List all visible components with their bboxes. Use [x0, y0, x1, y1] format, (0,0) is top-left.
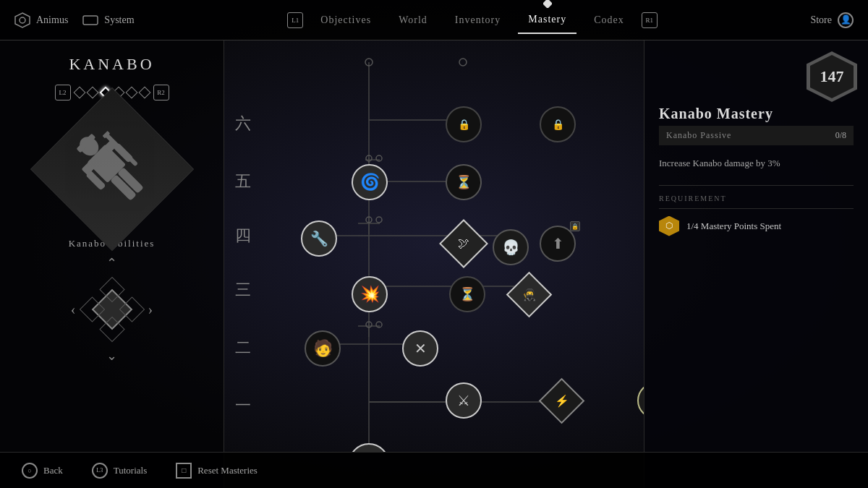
- nav-inventory[interactable]: Inventory: [445, 10, 511, 30]
- back-label: Back: [43, 465, 63, 476]
- nav-left: Animus System: [14, 12, 135, 28]
- store-icon: 👤: [838, 12, 854, 28]
- svg-rect-2: [83, 16, 98, 25]
- r1-button: R1: [642, 12, 658, 28]
- nav-world[interactable]: World: [388, 10, 438, 30]
- portrait-diamond: [30, 87, 193, 251]
- back-action[interactable]: ○ Back: [22, 463, 63, 479]
- mastery-points-value: 147: [820, 67, 844, 86]
- requirement-icon: ⬡: [659, 216, 679, 236]
- nav-system-button[interactable]: System: [82, 14, 134, 26]
- tree-connections-svg: [224, 40, 644, 452]
- requirement-label: REQUIREMENT: [659, 194, 854, 209]
- system-label: System: [104, 14, 134, 26]
- nav-diamond-grid: [83, 281, 141, 338]
- svg-point-33: [376, 217, 382, 223]
- row6-node2[interactable]: 🔒: [539, 106, 576, 143]
- root-node[interactable]: 習得: [347, 442, 391, 452]
- row-label-6: 六: [235, 113, 251, 134]
- dot-5: [125, 87, 137, 99]
- weapon-portrait: [40, 111, 184, 227]
- row5-node2[interactable]: ⏳: [445, 163, 482, 201]
- r2-button: R2: [153, 85, 169, 100]
- divider: [659, 185, 854, 186]
- skill-progress: 0/8: [835, 130, 846, 141]
- row2-node1[interactable]: ✕: [401, 330, 439, 367]
- left-panel: KANABO L2 R2: [0, 40, 224, 488]
- row6-node1[interactable]: 🔒: [445, 106, 482, 143]
- nav-mastery[interactable]: Mastery: [518, 9, 576, 31]
- dot-6: [138, 87, 150, 99]
- row4-node2[interactable]: 🕊: [445, 225, 482, 262]
- weapon-title: KANABO: [69, 55, 154, 74]
- row1-node2[interactable]: ⚡: [542, 382, 580, 419]
- nav-horizontal-row: ‹ ›: [71, 281, 153, 338]
- animus-icon: [14, 12, 30, 28]
- samurai-svg: [41, 98, 184, 241]
- mastery-diamond-top: [543, 0, 552, 8]
- mastery-points-badge: 147: [807, 51, 857, 102]
- row-label-1: 一: [235, 395, 251, 416]
- row3-node3[interactable]: ⏳: [448, 275, 486, 313]
- mastery-tree: 一 二 三 四 五 六 習得 ⚔ ⚡ 🏺: [224, 40, 644, 452]
- svg-rect-3: [543, 0, 552, 8]
- svg-point-1: [20, 17, 25, 23]
- row-label-3: 三: [235, 279, 251, 301]
- nav-right-button[interactable]: ›: [148, 301, 153, 318]
- row4-node3[interactable]: 💀: [492, 228, 529, 266]
- row4-node4[interactable]: ⬆ 🔒: [539, 225, 576, 262]
- nav-up-button[interactable]: ⌃: [106, 255, 117, 271]
- row-label-2: 二: [235, 337, 251, 359]
- row-label-5: 五: [235, 171, 251, 192]
- row3-node1[interactable]: 💥: [351, 275, 388, 313]
- dot-2: [86, 87, 98, 99]
- row4-node1[interactable]: 🔧: [300, 220, 338, 257]
- nav-right: Store 👤: [810, 12, 854, 28]
- nav-animus-button[interactable]: Animus: [14, 12, 68, 28]
- row3-node2[interactable]: 🥷: [510, 275, 548, 313]
- tutorials-action[interactable]: L3 Tutorials: [92, 463, 147, 479]
- row2-node2[interactable]: 🧑: [304, 330, 341, 367]
- svg-marker-0: [15, 13, 30, 27]
- row1-node3[interactable]: 🏺: [637, 382, 644, 419]
- bottom-bar: ○ Back L3 Tutorials □ Reset Masteries: [0, 452, 868, 488]
- nav-center: L1 Objectives World Inventory Mastery Co…: [135, 9, 811, 31]
- tutorials-button-icon: L3: [92, 463, 108, 479]
- nav-codex[interactable]: Codex: [584, 10, 634, 30]
- dot-1: [73, 87, 85, 99]
- skill-subtitle: Kanabo Passive: [666, 130, 731, 141]
- hex-inner: 147: [810, 55, 854, 98]
- animus-label: Animus: [36, 14, 68, 26]
- reset-label: Reset Masteries: [197, 465, 258, 476]
- back-button-icon: ○: [22, 463, 38, 479]
- row1-node1[interactable]: ⚔: [445, 382, 482, 419]
- l2-button: L2: [55, 85, 71, 100]
- store-label[interactable]: Store: [810, 14, 832, 26]
- requirement-text: 1/4 Mastery Points Spent: [686, 221, 781, 232]
- tree-canvas: 一 二 三 四 五 六 習得 ⚔ ⚡ 🏺: [224, 40, 644, 452]
- skill-description: Increase Kanabo damage by 3%: [659, 156, 854, 171]
- nav-left-button[interactable]: ‹: [71, 301, 76, 318]
- skill-title: Kanabo Mastery: [659, 106, 854, 122]
- row-label-4: 四: [235, 225, 251, 247]
- hex-outer: 147: [807, 51, 857, 102]
- svg-point-35: [376, 155, 382, 161]
- requirement-item: ⬡ 1/4 Mastery Points Spent: [659, 216, 854, 236]
- skill-subtitle-bar: Kanabo Passive 0/8: [659, 126, 854, 145]
- row5-node1[interactable]: 🌀: [351, 163, 388, 201]
- navbar: Animus System L1 Objectives World Invent…: [0, 0, 868, 40]
- nav-objectives[interactable]: Objectives: [310, 10, 381, 30]
- reset-action[interactable]: □ Reset Masteries: [176, 463, 258, 479]
- svg-point-37: [459, 59, 467, 66]
- reset-button-icon: □: [176, 463, 192, 479]
- lock-badge-row4: 🔒: [570, 221, 580, 231]
- portrait-image: [55, 112, 169, 226]
- right-panel: 147 Kanabo Mastery Kanabo Passive 0/8 In…: [644, 40, 868, 488]
- tutorials-label: Tutorials: [114, 465, 147, 476]
- system-icon: [82, 15, 98, 25]
- row2-double-dots: [351, 326, 388, 364]
- nav-down-button[interactable]: ⌄: [106, 348, 117, 364]
- skill-info: Kanabo Mastery Kanabo Passive 0/8 Increa…: [659, 106, 854, 236]
- l1-button: L1: [287, 12, 303, 28]
